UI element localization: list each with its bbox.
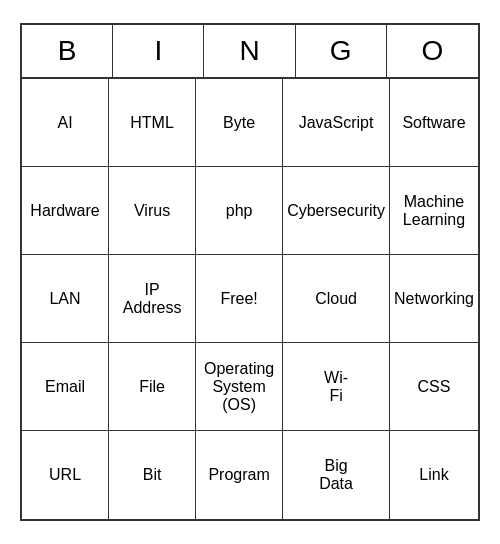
bingo-cell: Cloud: [283, 255, 390, 343]
cell-text: Machine Learning: [403, 193, 465, 229]
cell-text: Cybersecurity: [287, 202, 385, 220]
cell-text: Wi- Fi: [324, 369, 348, 405]
bingo-cell: Machine Learning: [390, 167, 478, 255]
bingo-cell: Big Data: [283, 431, 390, 519]
cell-text: Free!: [220, 290, 257, 308]
cell-text: AI: [57, 114, 72, 132]
bingo-cell: Virus: [109, 167, 196, 255]
cell-text: Operating System (OS): [204, 360, 274, 414]
bingo-cell: php: [196, 167, 283, 255]
bingo-cell: Software: [390, 79, 478, 167]
bingo-cell: Cybersecurity: [283, 167, 390, 255]
cell-text: Big Data: [319, 457, 353, 493]
header-letter: G: [296, 25, 387, 77]
bingo-cell: AI: [22, 79, 109, 167]
bingo-cell: Hardware: [22, 167, 109, 255]
cell-text: Virus: [134, 202, 170, 220]
bingo-cell: Bit: [109, 431, 196, 519]
cell-text: File: [139, 378, 165, 396]
bingo-cell: Email: [22, 343, 109, 431]
bingo-header: BINGO: [22, 25, 478, 79]
header-letter: I: [113, 25, 204, 77]
cell-text: HTML: [130, 114, 174, 132]
cell-text: Bit: [143, 466, 162, 484]
bingo-cell: URL: [22, 431, 109, 519]
bingo-cell: LAN: [22, 255, 109, 343]
bingo-cell: File: [109, 343, 196, 431]
cell-text: Link: [419, 466, 448, 484]
bingo-cell: JavaScript: [283, 79, 390, 167]
cell-text: JavaScript: [299, 114, 374, 132]
cell-text: IP Address: [123, 281, 182, 317]
bingo-cell: HTML: [109, 79, 196, 167]
cell-text: Email: [45, 378, 85, 396]
cell-text: php: [226, 202, 253, 220]
bingo-cell: Link: [390, 431, 478, 519]
header-letter: N: [204, 25, 295, 77]
cell-text: Networking: [394, 290, 474, 308]
header-letter: O: [387, 25, 478, 77]
bingo-cell: Free!: [196, 255, 283, 343]
bingo-cell: CSS: [390, 343, 478, 431]
header-letter: B: [22, 25, 113, 77]
cell-text: Hardware: [30, 202, 99, 220]
cell-text: Cloud: [315, 290, 357, 308]
cell-text: Byte: [223, 114, 255, 132]
bingo-cell: Byte: [196, 79, 283, 167]
bingo-cell: Operating System (OS): [196, 343, 283, 431]
cell-text: LAN: [49, 290, 80, 308]
bingo-cell: IP Address: [109, 255, 196, 343]
bingo-card: BINGO AIHTMLByteJavaScriptSoftwareHardwa…: [20, 23, 480, 521]
bingo-grid: AIHTMLByteJavaScriptSoftwareHardwareViru…: [22, 79, 478, 519]
bingo-cell: Networking: [390, 255, 478, 343]
cell-text: CSS: [418, 378, 451, 396]
bingo-cell: Program: [196, 431, 283, 519]
cell-text: Program: [208, 466, 269, 484]
cell-text: Software: [402, 114, 465, 132]
bingo-cell: Wi- Fi: [283, 343, 390, 431]
cell-text: URL: [49, 466, 81, 484]
